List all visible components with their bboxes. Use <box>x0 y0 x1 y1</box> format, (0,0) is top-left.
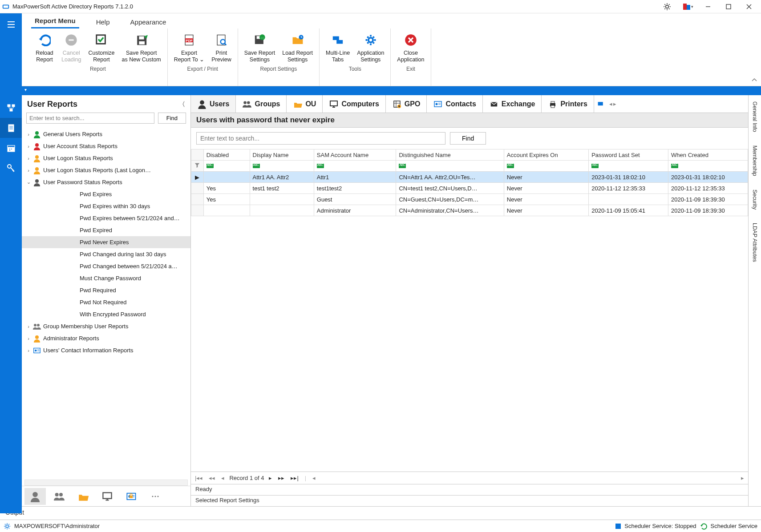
rtab-general-info[interactable]: General Info <box>751 99 759 135</box>
tree-branch[interactable]: ›User Logon Status Reports (Last Logon… <box>22 164 190 176</box>
filter-cell[interactable] <box>396 161 504 172</box>
ribbon-load-settings[interactable]: Load ReportSettings <box>279 30 316 65</box>
status-gear-icon[interactable] <box>4 523 11 530</box>
cat-tab-arrows[interactable]: ◂▸ <box>607 95 618 113</box>
col-created[interactable]: When Created <box>668 149 748 161</box>
rtab-membership[interactable]: Membership <box>751 143 759 179</box>
tree-expand-icon[interactable]: › <box>24 336 32 341</box>
table-cell[interactable]: 2023-01-31 18:02:10 <box>589 172 668 183</box>
tree-branch[interactable]: ›User Logon Status Reports <box>22 152 190 164</box>
cat-tab-exchange[interactable]: Exchange <box>483 95 542 113</box>
cat-tab-users[interactable]: Users <box>191 95 236 113</box>
horizontal-scroll-hint[interactable] <box>24 480 188 486</box>
ribbon-save-as-custom[interactable]: Save Reportas New Custom <box>118 30 165 65</box>
tree-leaf[interactable]: Pwd Expired <box>22 224 190 236</box>
output-panel-header[interactable]: Output <box>0 506 761 520</box>
tree-leaf[interactable]: Pwd Never Expires <box>22 236 190 248</box>
tree-leaf[interactable]: With Encrypted Password <box>22 308 190 320</box>
close-window-button[interactable] <box>739 0 759 13</box>
rtab-security[interactable]: Security <box>751 187 759 212</box>
cat-tab-groups[interactable]: Groups <box>236 95 287 113</box>
filter-cell[interactable] <box>250 161 314 172</box>
table-cell[interactable]: test1 test2 <box>250 183 314 194</box>
table-cell[interactable] <box>203 205 250 216</box>
tree-leaf[interactable]: Pwd Required <box>22 284 190 296</box>
tree-expand-icon[interactable]: › <box>24 324 32 329</box>
table-cell[interactable] <box>250 205 314 216</box>
ribbon-multiline-tabs[interactable]: Multi-LineTabs <box>322 30 353 65</box>
titlebar-settings-icon[interactable] <box>657 0 677 13</box>
table-cell[interactable]: 2020-11-12 12:35:33 <box>589 183 668 194</box>
maximize-button[interactable] <box>718 0 739 13</box>
filter-cell[interactable] <box>504 161 588 172</box>
rail-key-icon[interactable] <box>0 158 22 178</box>
table-row[interactable]: AdministratorCN=Administrator,CN=Users…N… <box>191 205 748 216</box>
bottom-tab-folder[interactable] <box>73 488 94 505</box>
table-row[interactable]: Yestest1 test2test1test2CN=test1 test2,C… <box>191 183 748 194</box>
pager-prev[interactable]: ◂ <box>220 475 226 481</box>
ribbon-close-app[interactable]: CloseApplication <box>393 30 428 65</box>
rail-doc-icon[interactable] <box>0 118 22 138</box>
col-pwd-last-set[interactable]: Password Last Set <box>589 149 668 161</box>
table-cell[interactable] <box>250 194 314 205</box>
tree-expand-icon[interactable]: › <box>24 144 32 149</box>
bottom-tab-computer[interactable] <box>97 488 118 505</box>
cat-tab-printers[interactable]: Printers <box>542 95 594 113</box>
left-panel-collapse-icon[interactable]: 〈 <box>179 101 185 109</box>
table-cell[interactable]: CN=Administrator,CN=Users… <box>396 205 504 216</box>
minimize-button[interactable] <box>698 0 718 13</box>
table-cell[interactable]: Attr1 AA. Attr2 <box>250 172 314 183</box>
cat-tab-ou[interactable]: OU <box>287 95 323 113</box>
status-refresh-icon[interactable] <box>700 523 707 530</box>
tree-expand-icon[interactable]: › <box>24 132 32 137</box>
cat-tab-overflow[interactable] <box>594 95 607 113</box>
table-cell[interactable]: 2020-11-09 18:39:30 <box>668 194 748 205</box>
rtab-ldap-attrs[interactable]: LDAP Attributes <box>751 220 759 265</box>
tree-leaf[interactable]: Pwd Changed during last 30 days <box>22 248 190 260</box>
bottom-tab-user[interactable] <box>24 488 46 505</box>
blue-subheader-dropdown[interactable]: ▾ <box>24 87 27 92</box>
results-grid[interactable]: Disabled Display Name SAM Account Name D… <box>191 149 748 216</box>
table-cell[interactable]: Guest <box>314 194 396 205</box>
table-cell[interactable]: Yes <box>203 194 250 205</box>
tree-leaf[interactable]: Pwd Expires between 5/21/2024 and… <box>22 212 190 224</box>
tree-leaf[interactable]: Must Change Password <box>22 272 190 284</box>
tree-branch[interactable]: ›Administrator Reports <box>22 332 190 344</box>
tree-branch[interactable]: ›User Account Status Reports <box>22 140 190 152</box>
table-cell[interactable]: Administrator <box>314 205 396 216</box>
bottom-tab-gpo[interactable] <box>121 488 142 505</box>
table-cell[interactable]: Never <box>504 205 588 216</box>
pager-first[interactable]: |◂◂ <box>194 475 204 481</box>
grid-search-input[interactable] <box>196 132 445 145</box>
table-cell[interactable]: CN=Guest,CN=Users,DC=m… <box>396 194 504 205</box>
table-cell[interactable]: Never <box>504 194 588 205</box>
rail-tree-icon[interactable] <box>0 98 22 118</box>
table-cell[interactable]: Attr1 <box>314 172 396 183</box>
left-search-input[interactable] <box>26 113 154 124</box>
table-cell[interactable]: Yes <box>203 183 250 194</box>
col-sam[interactable]: SAM Account Name <box>314 149 396 161</box>
ribbon-reload-report[interactable]: ReloadReport <box>31 30 58 65</box>
cat-tab-gpo[interactable]: GPO <box>386 95 427 113</box>
status-scheduler-service[interactable]: Scheduler Service <box>711 523 758 529</box>
menu-tab-appearance[interactable]: Appearance <box>127 16 170 28</box>
table-cell[interactable]: 2020-11-12 12:35:33 <box>668 183 748 194</box>
table-cell[interactable]: CN=Attr1 AA. Attr2,OU=Tes… <box>396 172 504 183</box>
titlebar-update-icon[interactable]: ▾ <box>677 0 698 13</box>
pager-right-arrow[interactable]: ▸ <box>740 475 745 481</box>
ribbon-customize-report[interactable]: CustomizeReport <box>85 30 118 65</box>
bottom-tab-group[interactable] <box>49 488 70 505</box>
filter-funnel-icon[interactable] <box>191 161 204 172</box>
table-cell[interactable] <box>203 172 250 183</box>
pager-extra[interactable]: ◂ <box>311 475 317 481</box>
menu-tab-report[interactable]: Report Menu <box>31 15 79 28</box>
ribbon-expand-icon[interactable] <box>751 77 758 84</box>
ribbon-export[interactable]: ExportReport To ⌄ <box>170 30 208 65</box>
pager-next-page[interactable]: ▸▸ <box>277 475 286 481</box>
pager-next[interactable]: ▸ <box>267 475 273 481</box>
filter-cell[interactable] <box>668 161 748 172</box>
table-cell[interactable]: Never <box>504 172 588 183</box>
col-expires[interactable]: Account Expires On <box>504 149 588 161</box>
col-disabled[interactable]: Disabled <box>203 149 250 161</box>
table-cell[interactable]: 2020-11-09 18:39:30 <box>668 205 748 216</box>
